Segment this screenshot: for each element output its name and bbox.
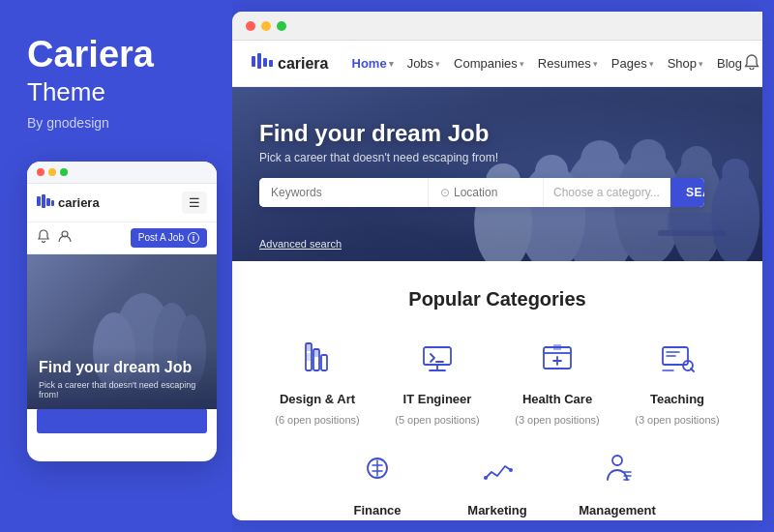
design-art-icon xyxy=(298,340,337,378)
design-art-name: Design & Art xyxy=(280,392,355,406)
search-bar: ⊙ Choose a category... SEARCH xyxy=(259,178,704,207)
mobile-dot-green xyxy=(60,168,68,176)
teaching-icon-wrap xyxy=(652,334,702,384)
hero-text-block: Find your dream Job Pick a career that d… xyxy=(232,120,762,228)
mobile-hero: Find your dream Job Pick a career that d… xyxy=(27,254,217,409)
mobile-hero-subtitle: Pick a career that doesn't need escaping… xyxy=(39,380,205,399)
category-health-care[interactable]: Health Care (3 open positions) xyxy=(509,334,606,426)
browser-top-bar xyxy=(232,12,762,41)
svg-rect-41 xyxy=(557,344,561,350)
mobile-post-job-button[interactable]: Post A Job i xyxy=(131,228,207,248)
teaching-positions: (3 open positions) xyxy=(635,414,719,426)
svg-point-56 xyxy=(612,456,622,465)
categories-row-2: Finance (2 open positions) Marketing (4 … xyxy=(252,445,743,520)
health-care-name: Health Care xyxy=(522,392,592,406)
category-row2-1[interactable]: Finance (2 open positions) xyxy=(329,445,426,520)
marketing-name: Marketing xyxy=(467,503,526,517)
desktop-nav-links: Home ▾ Jobs ▾ Companies ▾ Resumes ▾ Page… xyxy=(352,56,743,71)
location-input-wrap: ⊙ xyxy=(429,178,544,207)
mobile-post-job-label: Post A Job xyxy=(138,232,184,243)
mobile-post-job-info-icon: i xyxy=(188,232,199,244)
mobile-logo-text: cariera xyxy=(58,195,100,210)
mobile-nav-header: cariera ☰ xyxy=(27,184,217,222)
management-icon xyxy=(598,451,637,489)
svg-rect-40 xyxy=(553,344,557,350)
hero-main-title: Find your dream Job xyxy=(259,120,735,147)
location-input[interactable] xyxy=(454,186,531,199)
hero-subtitle: Pick a career that doesn't need escaping… xyxy=(259,151,735,164)
teaching-icon xyxy=(658,340,697,378)
mobile-logo: cariera xyxy=(37,194,100,211)
mobile-dot-yellow xyxy=(48,168,56,176)
brand-subtitle: Theme xyxy=(27,77,205,107)
svg-rect-10 xyxy=(257,53,261,69)
svg-rect-12 xyxy=(269,60,273,67)
categories-row-1: Design & Art (6 open positions) xyxy=(252,334,743,426)
desktop-nav: cariera Home ▾ Jobs ▾ Companies ▾ Resume… xyxy=(232,41,762,87)
category-it-engineer[interactable]: IT Engineer (5 open positions) xyxy=(389,334,486,426)
nav-link-pages[interactable]: Pages ▾ xyxy=(611,56,654,71)
marketing-icon-wrap xyxy=(472,445,522,495)
hero-content: Find your dream Job Pick a career that d… xyxy=(232,120,762,261)
category-teaching[interactable]: Teaching (3 open positions) xyxy=(629,334,726,426)
mobile-bell-icon xyxy=(37,229,50,246)
category-design-art[interactable]: Design & Art (6 open positions) xyxy=(269,334,366,426)
mobile-dot-red xyxy=(37,168,45,176)
nav-link-companies[interactable]: Companies ▾ xyxy=(454,56,524,71)
nav-chevron-resumes: ▾ xyxy=(593,59,598,69)
nav-chevron-pages: ▾ xyxy=(649,59,654,69)
finance-name: Finance xyxy=(353,503,401,517)
nav-bell-button[interactable] xyxy=(742,52,761,75)
browser-dot-red xyxy=(246,21,255,31)
left-panel: Cariera Theme By gnodesign cariera xyxy=(0,0,232,532)
svg-rect-3 xyxy=(51,200,54,206)
desktop-hero: Find your dream Job Pick a career that d… xyxy=(232,87,762,261)
it-engineer-icon-wrap xyxy=(412,334,462,384)
browser-dot-yellow xyxy=(261,21,271,31)
svg-rect-30 xyxy=(306,353,312,361)
finance-icon xyxy=(358,451,397,489)
mobile-hero-title: Find your dream Job xyxy=(39,358,205,376)
search-button[interactable]: SEARCH xyxy=(670,178,704,207)
mobile-mockup: cariera ☰ Post A Job i xyxy=(27,162,217,461)
svg-rect-0 xyxy=(37,196,41,206)
svg-rect-1 xyxy=(42,194,45,208)
health-care-icon xyxy=(538,340,577,378)
nav-right: Post A Job i xyxy=(742,41,762,90)
svg-point-54 xyxy=(484,476,488,480)
svg-rect-32 xyxy=(313,349,319,357)
browser-dot-green xyxy=(277,21,286,31)
nav-link-jobs[interactable]: Jobs ▾ xyxy=(407,56,440,71)
brand-title: Cariera xyxy=(27,35,205,75)
nav-chevron-jobs: ▾ xyxy=(435,59,440,69)
health-care-positions: (3 open positions) xyxy=(515,414,599,426)
mobile-hero-overlay: Find your dream Job Pick a career that d… xyxy=(27,348,217,409)
category-row2-3[interactable]: Management (2 open positions) xyxy=(569,445,666,520)
mobile-hamburger-button[interactable]: ☰ xyxy=(182,192,207,214)
management-name: Management xyxy=(579,503,655,517)
management-icon-wrap xyxy=(592,445,642,495)
svg-point-55 xyxy=(509,468,513,472)
category-select[interactable]: Choose a category... xyxy=(544,178,670,207)
svg-rect-29 xyxy=(306,343,312,351)
mobile-logo-icon xyxy=(37,194,54,211)
brand-by: By gnodesign xyxy=(27,115,205,131)
it-engineer-name: IT Engineer xyxy=(403,392,472,406)
finance-icon-wrap xyxy=(352,445,402,495)
keyword-input[interactable] xyxy=(259,178,429,207)
advanced-search-anchor[interactable]: Advanced search xyxy=(259,238,342,250)
nav-link-resumes[interactable]: Resumes ▾ xyxy=(538,56,598,71)
nav-link-home[interactable]: Home ▾ xyxy=(352,56,394,71)
mobile-bottom-strip xyxy=(27,409,217,429)
desktop-logo: cariera xyxy=(252,53,329,74)
nav-link-blog[interactable]: Blog xyxy=(717,56,742,71)
design-art-positions: (6 open positions) xyxy=(275,414,359,426)
desktop-logo-icon xyxy=(252,53,273,74)
nav-link-shop[interactable]: Shop ▾ xyxy=(668,56,703,71)
nav-chevron-companies: ▾ xyxy=(520,59,524,69)
svg-rect-33 xyxy=(321,355,327,370)
nav-chevron-shop: ▾ xyxy=(699,59,703,69)
category-row2-2[interactable]: Marketing (4 open positions) xyxy=(449,445,546,520)
marketing-icon xyxy=(478,451,517,489)
svg-rect-11 xyxy=(263,58,267,67)
